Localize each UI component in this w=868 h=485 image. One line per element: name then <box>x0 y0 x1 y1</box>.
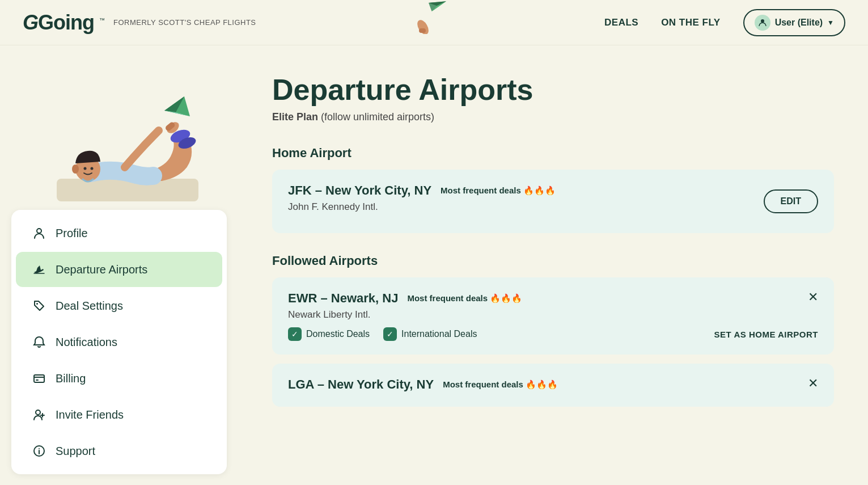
ewr-international-checkbox-box: ✓ <box>383 327 397 341</box>
sidebar-item-support[interactable]: Support <box>16 433 222 469</box>
svg-point-24 <box>39 448 40 449</box>
plan-subtitle: Elite Plan (follow unlimited airports) <box>272 111 834 123</box>
formerly-text: FORMERLY SCOTT'S CHEAP FLIGHTS <box>113 18 256 27</box>
sidebar-item-notifications[interactable]: Notifications <box>16 324 222 360</box>
sidebar-item-invite-friends[interactable]: Invite Friends <box>16 397 222 432</box>
page-title: Departure Airports <box>272 73 834 107</box>
svg-rect-20 <box>34 375 44 382</box>
ewr-domestic-checkbox-box: ✓ <box>288 327 302 341</box>
svg-point-17 <box>91 167 94 170</box>
ewr-airport-deals: Most frequent deals 🔥🔥🔥 <box>407 293 522 303</box>
ewr-airport-actions: ✓ Domestic Deals ✓ International Deals S… <box>288 327 818 341</box>
svg-point-22 <box>36 410 40 415</box>
svg-point-19 <box>36 303 38 305</box>
followed-airport-card-lga: ✕ LGA – New York City, NY Most frequent … <box>272 364 834 407</box>
user-avatar-icon <box>755 15 770 31</box>
home-airport-full-name: John F. Kennedy Intl. <box>288 201 818 213</box>
ewr-international-deals-checkbox[interactable]: ✓ International Deals <box>383 327 477 341</box>
svg-marker-1 <box>429 0 447 8</box>
info-icon <box>32 444 46 458</box>
followed-airport-lga-close-button[interactable]: ✕ <box>808 377 818 390</box>
sidebar-item-support-label: Support <box>56 445 95 458</box>
sidebar-item-deal-settings[interactable]: Deal Settings <box>16 288 222 323</box>
svg-marker-2 <box>430 1 447 11</box>
layout: Profile Departure Airports <box>0 45 868 485</box>
followed-airport-ewr-close-button[interactable]: ✕ <box>808 291 818 303</box>
sidebar: Profile Departure Airports <box>0 45 238 485</box>
svg-marker-0 <box>429 0 448 11</box>
followed-airport-card-ewr: ✕ EWR – Newark, NJ Most frequent deals 🔥… <box>272 277 834 355</box>
person-add-icon <box>32 407 46 422</box>
plan-detail: (follow unlimited airports) <box>321 111 434 123</box>
sidebar-item-profile[interactable]: Profile <box>16 216 222 251</box>
sidebar-item-profile-label: Profile <box>56 227 88 240</box>
home-airport-header: JFK – New York City, NY Most frequent de… <box>288 183 818 198</box>
sidebar-item-departure-airports[interactable]: Departure Airports <box>16 252 222 287</box>
lga-airport-deals: Most frequent deals 🔥🔥🔥 <box>443 379 558 390</box>
plan-name: Elite Plan <box>272 111 318 123</box>
main-content: Departure Airports Elite Plan (follow un… <box>238 45 868 485</box>
sidebar-item-departure-airports-label: Departure Airports <box>56 263 147 276</box>
sidebar-item-billing[interactable]: Billing <box>16 361 222 396</box>
ewr-international-label: International Deals <box>401 329 477 339</box>
chevron-down-icon: ▼ <box>827 19 834 27</box>
user-label: User (Elite) <box>775 18 823 28</box>
svg-rect-21 <box>36 379 39 381</box>
svg-point-16 <box>84 167 87 170</box>
on-the-fly-nav-link[interactable]: ON THE FLY <box>661 17 721 28</box>
home-airport-card: JFK – New York City, NY Most frequent de… <box>272 170 834 233</box>
ewr-airport-header: EWR – Newark, NJ Most frequent deals 🔥🔥🔥 <box>288 291 818 306</box>
credit-card-icon <box>32 371 46 386</box>
lga-airport-code-name: LGA – New York City, NY <box>288 377 434 392</box>
home-airport-code-name: JFK – New York City, NY <box>288 183 431 198</box>
svg-point-15 <box>72 165 79 174</box>
svg-rect-11 <box>57 179 198 201</box>
user-menu-button[interactable]: User (Elite) ▼ <box>743 9 845 36</box>
sidebar-item-invite-friends-label: Invite Friends <box>56 408 124 421</box>
logo[interactable]: GGoing ™ <box>23 11 104 35</box>
sidebar-illustration <box>0 45 238 210</box>
svg-point-5 <box>761 19 764 23</box>
ewr-domestic-deals-checkbox[interactable]: ✓ Domestic Deals <box>288 327 370 341</box>
header: GGoing ™ FORMERLY SCOTT'S CHEAP FLIGHTS … <box>0 0 868 45</box>
followed-airports-section-title: Followed Airports <box>272 254 834 268</box>
sidebar-item-notifications-label: Notifications <box>56 336 117 349</box>
header-nav: DEALS ON THE FLY User (Elite) ▼ <box>604 9 845 36</box>
lga-airport-header: LGA – New York City, NY Most frequent de… <box>288 377 818 392</box>
header-illustration <box>412 0 457 36</box>
plane-icon <box>32 262 46 277</box>
home-airport-deals: Most frequent deals 🔥🔥🔥 <box>441 185 556 196</box>
ewr-airport-code-name: EWR – Newark, NJ <box>288 291 398 306</box>
ewr-checkboxes: ✓ Domestic Deals ✓ International Deals <box>288 327 477 341</box>
home-airport-section-title: Home Airport <box>272 146 834 161</box>
svg-point-18 <box>37 229 41 233</box>
followed-airports-section: Followed Airports ✕ EWR – Newark, NJ Mos… <box>272 254 834 407</box>
home-airport-edit-button[interactable]: EDIT <box>764 189 818 213</box>
sidebar-item-deal-settings-label: Deal Settings <box>56 300 123 313</box>
ewr-airport-full-name: Newark Liberty Intl. <box>288 309 818 320</box>
person-icon <box>32 226 46 241</box>
sidebar-nav: Profile Departure Airports <box>11 210 227 474</box>
ewr-set-home-button[interactable]: SET AS HOME AIRPORT <box>714 330 818 339</box>
svg-point-3 <box>415 18 431 34</box>
sidebar-item-billing-label: Billing <box>56 372 86 385</box>
ewr-domestic-label: Domestic Deals <box>306 329 370 339</box>
header-left: GGoing ™ FORMERLY SCOTT'S CHEAP FLIGHTS <box>23 11 256 35</box>
deals-nav-link[interactable]: DEALS <box>604 17 638 28</box>
svg-rect-4 <box>419 28 426 33</box>
tag-icon <box>32 298 46 313</box>
bell-icon <box>32 335 46 349</box>
